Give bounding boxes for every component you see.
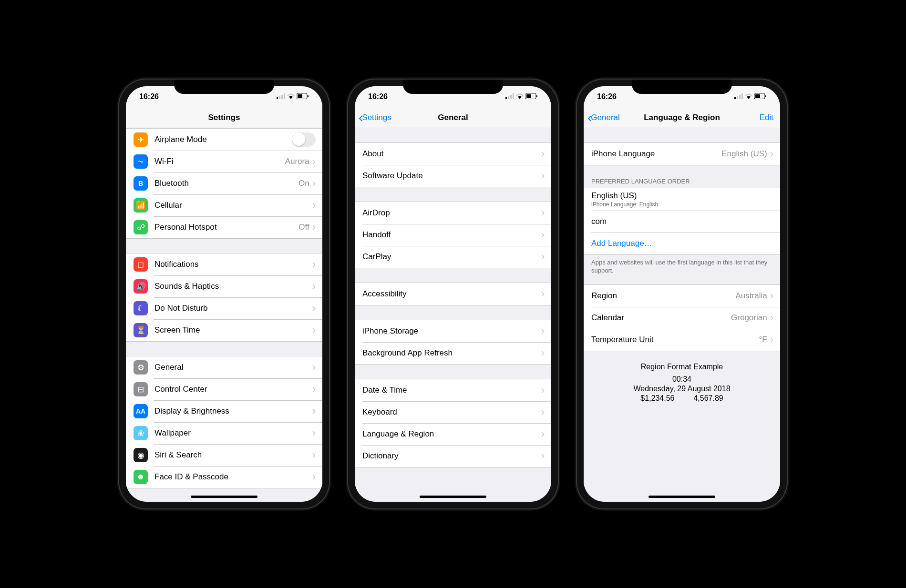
settings-row-do-not-disturb[interactable]: ☾Do Not Disturb› (126, 297, 322, 319)
settings-row-siri-search[interactable]: ◉Siri & Search› (126, 444, 322, 466)
language-row-com[interactable]: com (584, 211, 780, 233)
wifi-icon: ⏦ (134, 154, 148, 169)
svg-rect-8 (508, 96, 509, 99)
calendar-row[interactable]: Calendar Gregorian › (584, 307, 780, 329)
svg-rect-1 (279, 96, 280, 99)
general-row-carplay[interactable]: CarPlay› (355, 246, 551, 268)
svg-rect-13 (536, 95, 537, 97)
settings-row-display-brightness[interactable]: AADisplay & Brightness› (126, 400, 322, 422)
notch (174, 80, 274, 94)
general-row-keyboard[interactable]: Keyboard› (355, 401, 551, 423)
edit-button[interactable]: Edit (760, 113, 773, 122)
faceid-icon: ☻ (134, 470, 148, 484)
chevron-right-icon: › (312, 383, 316, 395)
row-value: On (299, 179, 309, 188)
row-label: Control Center (154, 385, 312, 394)
general-row-dictionary[interactable]: Dictionary› (355, 445, 551, 467)
row-label: Add Language… (591, 239, 773, 248)
row-label: iPhone Language (591, 149, 721, 159)
settings-row-screen-time[interactable]: ⏳Screen Time› (126, 319, 322, 341)
screen: 16:26 ‹General Language & Region Edit iP… (584, 86, 780, 502)
dnd-icon: ☾ (134, 301, 148, 315)
chevron-right-icon: › (770, 290, 773, 302)
svg-rect-15 (737, 96, 738, 99)
page-title: Settings (208, 113, 240, 122)
chevron-right-icon: › (312, 280, 316, 293)
hotspot-icon: ☍ (134, 220, 148, 234)
display-icon: AA (134, 404, 148, 418)
settings-row-notifications[interactable]: ◻Notifications› (126, 253, 322, 275)
temperature-row[interactable]: Temperature Unit °F › (584, 329, 780, 351)
row-label: Accessibility (362, 289, 541, 299)
chevron-right-icon: › (312, 155, 316, 168)
chevron-right-icon: › (312, 324, 316, 336)
chevron-right-icon: › (312, 405, 316, 417)
preferred-footer: Apps and websites will use the first lan… (584, 255, 780, 279)
row-label: Region (591, 291, 736, 301)
settings-row-general[interactable]: ⚙General› (126, 356, 322, 378)
signal-icon (505, 92, 514, 101)
general-row-background-app-refresh[interactable]: Background App Refresh› (355, 342, 551, 364)
general-row-handoff[interactable]: Handoff› (355, 224, 551, 246)
settings-row-face-id-passcode[interactable]: ☻Face ID & Passcode› (126, 466, 322, 488)
row-label: Wallpaper (154, 428, 312, 438)
settings-content[interactable]: ✈Airplane Mode⏦Wi-FiAurora›BBluetoothOn›… (126, 128, 322, 502)
row-label: Display & Brightness (154, 406, 312, 416)
home-indicator[interactable] (420, 496, 486, 498)
home-indicator[interactable] (649, 496, 715, 498)
chevron-right-icon: › (541, 384, 545, 396)
example-currency: $1,234.56 (640, 394, 674, 403)
add-language-row[interactable]: Add Language… (584, 233, 780, 254)
back-button[interactable]: ‹General (587, 111, 620, 124)
toggle-switch[interactable] (292, 132, 316, 147)
bluetooth-icon: B (134, 176, 148, 191)
general-row-iphone-storage[interactable]: iPhone Storage› (355, 320, 551, 342)
settings-row-control-center[interactable]: ⊟Control Center› (126, 378, 322, 400)
general-row-accessibility[interactable]: Accessibility› (355, 283, 551, 305)
chevron-right-icon: › (541, 347, 545, 359)
sounds-icon: 🔊 (134, 279, 148, 294)
row-label: AirDrop (362, 208, 541, 218)
svg-rect-12 (526, 94, 531, 98)
svg-rect-0 (277, 97, 278, 99)
general-row-software-update[interactable]: Software Update› (355, 165, 551, 187)
row-value: Aurora (285, 157, 309, 166)
status-time: 16:26 (139, 92, 159, 101)
chevron-right-icon: › (541, 148, 545, 160)
svg-rect-16 (739, 95, 741, 99)
svg-rect-3 (284, 93, 285, 99)
settings-row-personal-hotspot[interactable]: ☍Personal HotspotOff› (126, 216, 322, 238)
chevron-right-icon: › (541, 288, 545, 300)
signal-icon (734, 92, 743, 101)
settings-row-cellular[interactable]: 📶Cellular› (126, 194, 322, 216)
phone-language-region: 16:26 ‹General Language & Region Edit iP… (577, 80, 787, 508)
general-row-date-time[interactable]: Date & Time› (355, 379, 551, 401)
row-value: Gregorian (731, 313, 767, 323)
general-row-airdrop[interactable]: AirDrop› (355, 202, 551, 224)
screentime-icon: ⏳ (134, 323, 148, 337)
general-row-language-region[interactable]: Language & Region› (355, 423, 551, 445)
iphone-language-row[interactable]: iPhone Language English (US) › (584, 143, 780, 165)
row-label: CarPlay (362, 252, 541, 262)
back-button[interactable]: ‹Settings (359, 111, 391, 124)
chevron-right-icon: › (770, 334, 773, 346)
example-date: Wednesday, 29 August 2018 (591, 385, 772, 393)
chevron-right-icon: › (541, 170, 545, 182)
general-content[interactable]: About›Software Update› AirDrop›Handoff›C… (355, 128, 551, 502)
settings-row-wallpaper[interactable]: ❀Wallpaper› (126, 422, 322, 444)
row-sublabel: iPhone Language: English (591, 201, 773, 208)
svg-rect-10 (513, 93, 514, 99)
settings-row-wi-fi[interactable]: ⏦Wi-FiAurora› (126, 151, 322, 172)
settings-row-sounds-haptics[interactable]: 🔊Sounds & Haptics› (126, 275, 322, 297)
row-value: °F (759, 335, 767, 345)
language-content[interactable]: iPhone Language English (US) › PREFERRED… (584, 128, 780, 502)
row-label: Keyboard (362, 407, 541, 417)
row-label: Sounds & Haptics (154, 282, 312, 291)
general-row-about[interactable]: About› (355, 143, 551, 165)
settings-row-bluetooth[interactable]: BBluetoothOn› (126, 172, 322, 194)
home-indicator[interactable] (191, 496, 257, 498)
svg-rect-6 (308, 95, 309, 97)
language-row-english[interactable]: English (US) iPhone Language: English (584, 188, 780, 211)
settings-row-airplane-mode[interactable]: ✈Airplane Mode (126, 129, 322, 151)
region-row[interactable]: Region Australia › (584, 285, 780, 307)
